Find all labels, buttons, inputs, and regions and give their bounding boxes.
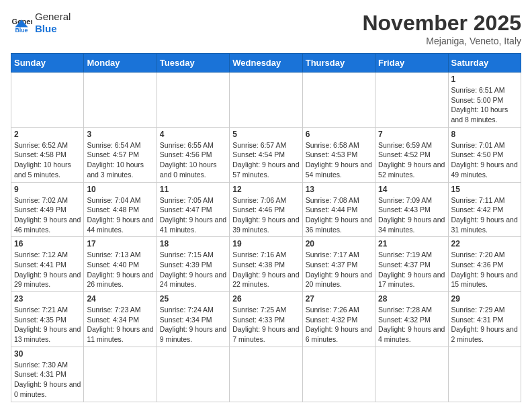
day-header-monday: Monday	[84, 54, 157, 73]
day-info: Sunrise: 6:57 AMSunset: 4:54 PMDaylight:…	[232, 140, 299, 180]
day-header-tuesday: Tuesday	[157, 54, 229, 73]
day-header-thursday: Thursday	[302, 54, 375, 73]
day-number: 18	[160, 239, 226, 248]
calendar-cell: 29Sunrise: 7:29 AMSunset: 4:31 PMDayligh…	[448, 292, 521, 347]
calendar-cell	[375, 73, 448, 128]
day-number: 23	[14, 294, 81, 304]
calendar-cell	[157, 73, 229, 128]
calendar-cell	[375, 347, 448, 402]
day-info: Sunrise: 7:20 AMSunset: 4:36 PMDaylight:…	[451, 250, 518, 289]
day-info: Sunrise: 7:30 AMSunset: 4:31 PMDaylight:…	[14, 360, 81, 400]
day-info: Sunrise: 6:54 AMSunset: 4:57 PMDaylight:…	[87, 140, 153, 180]
calendar-cell: 21Sunrise: 7:19 AMSunset: 4:37 PMDayligh…	[375, 237, 448, 292]
calendar-cell: 9Sunrise: 7:02 AMSunset: 4:49 PMDaylight…	[11, 182, 84, 237]
day-info: Sunrise: 7:11 AMSunset: 4:42 PMDaylight:…	[451, 195, 518, 235]
calendar-week-row: 16Sunrise: 7:12 AMSunset: 4:41 PMDayligh…	[11, 237, 521, 292]
day-number: 27	[306, 294, 372, 304]
calendar-cell: 11Sunrise: 7:05 AMSunset: 4:47 PMDayligh…	[157, 182, 229, 237]
calendar-cell: 18Sunrise: 7:15 AMSunset: 4:39 PMDayligh…	[157, 237, 229, 292]
day-info: Sunrise: 7:23 AMSunset: 4:34 PMDaylight:…	[87, 305, 153, 345]
day-info: Sunrise: 7:24 AMSunset: 4:34 PMDaylight:…	[160, 305, 226, 345]
calendar-cell: 24Sunrise: 7:23 AMSunset: 4:34 PMDayligh…	[84, 292, 157, 347]
calendar-cell	[157, 347, 229, 402]
day-info: Sunrise: 7:29 AMSunset: 4:31 PMDaylight:…	[451, 305, 518, 345]
day-info: Sunrise: 7:02 AMSunset: 4:49 PMDaylight:…	[14, 195, 81, 235]
day-number: 29	[451, 294, 518, 304]
calendar-header-row: SundayMondayTuesdayWednesdayThursdayFrid…	[11, 54, 521, 73]
location-title: Mejaniga, Veneto, Italy	[362, 36, 521, 46]
calendar-cell: 13Sunrise: 7:08 AMSunset: 4:44 PMDayligh…	[302, 182, 375, 237]
day-info: Sunrise: 7:21 AMSunset: 4:35 PMDaylight:…	[14, 305, 81, 345]
calendar-cell	[230, 73, 302, 128]
day-info: Sunrise: 6:51 AMSunset: 5:00 PMDaylight:…	[451, 85, 518, 125]
day-info: Sunrise: 6:58 AMSunset: 4:53 PMDaylight:…	[306, 140, 372, 180]
day-number: 19	[232, 239, 299, 248]
day-info: Sunrise: 7:13 AMSunset: 4:40 PMDaylight:…	[87, 250, 153, 289]
calendar-cell: 27Sunrise: 7:26 AMSunset: 4:32 PMDayligh…	[302, 292, 375, 347]
day-number: 15	[451, 185, 518, 194]
svg-text:Blue: Blue	[15, 27, 28, 34]
calendar-cell: 1Sunrise: 6:51 AMSunset: 5:00 PMDaylight…	[448, 73, 521, 128]
calendar-cell: 26Sunrise: 7:25 AMSunset: 4:33 PMDayligh…	[230, 292, 302, 347]
calendar-cell: 5Sunrise: 6:57 AMSunset: 4:54 PMDaylight…	[230, 127, 302, 182]
day-header-wednesday: Wednesday	[230, 54, 302, 73]
day-info: Sunrise: 6:55 AMSunset: 4:56 PMDaylight:…	[160, 140, 226, 180]
day-number: 12	[232, 185, 299, 194]
calendar-cell: 6Sunrise: 6:58 AMSunset: 4:53 PMDaylight…	[302, 127, 375, 182]
calendar-cell: 30Sunrise: 7:30 AMSunset: 4:31 PMDayligh…	[11, 347, 84, 402]
day-header-sunday: Sunday	[11, 54, 84, 73]
day-info: Sunrise: 7:17 AMSunset: 4:37 PMDaylight:…	[306, 250, 372, 289]
day-number: 26	[232, 294, 299, 304]
day-number: 25	[160, 294, 226, 304]
calendar-cell: 4Sunrise: 6:55 AMSunset: 4:56 PMDaylight…	[157, 127, 229, 182]
logo: General Blue General Blue	[11, 11, 71, 35]
calendar-cell: 19Sunrise: 7:16 AMSunset: 4:38 PMDayligh…	[230, 237, 302, 292]
day-header-friday: Friday	[375, 54, 448, 73]
day-number: 4	[160, 130, 226, 139]
calendar-cell: 8Sunrise: 7:01 AMSunset: 4:50 PMDaylight…	[448, 127, 521, 182]
day-info: Sunrise: 7:25 AMSunset: 4:33 PMDaylight:…	[232, 305, 299, 345]
calendar-cell: 20Sunrise: 7:17 AMSunset: 4:37 PMDayligh…	[302, 237, 375, 292]
calendar-cell	[302, 347, 375, 402]
calendar-cell: 14Sunrise: 7:09 AMSunset: 4:43 PMDayligh…	[375, 182, 448, 237]
calendar-cell: 2Sunrise: 6:52 AMSunset: 4:58 PMDaylight…	[11, 127, 84, 182]
day-number: 16	[14, 239, 81, 248]
header: General Blue General Blue November 2025 …	[11, 11, 521, 46]
day-number: 14	[378, 185, 445, 194]
logo-general-text: General Blue	[35, 11, 71, 35]
day-info: Sunrise: 7:15 AMSunset: 4:39 PMDaylight:…	[160, 250, 226, 289]
calendar-week-row: 2Sunrise: 6:52 AMSunset: 4:58 PMDaylight…	[11, 127, 521, 182]
day-number: 13	[306, 185, 372, 194]
calendar-cell: 17Sunrise: 7:13 AMSunset: 4:40 PMDayligh…	[84, 237, 157, 292]
day-info: Sunrise: 7:04 AMSunset: 4:48 PMDaylight:…	[87, 195, 153, 235]
day-info: Sunrise: 7:12 AMSunset: 4:41 PMDaylight:…	[14, 250, 81, 289]
calendar-table: SundayMondayTuesdayWednesdayThursdayFrid…	[11, 53, 521, 402]
calendar-cell: 15Sunrise: 7:11 AMSunset: 4:42 PMDayligh…	[448, 182, 521, 237]
day-info: Sunrise: 6:52 AMSunset: 4:58 PMDaylight:…	[14, 140, 81, 180]
day-number: 11	[160, 185, 226, 194]
calendar-cell: 3Sunrise: 6:54 AMSunset: 4:57 PMDaylight…	[84, 127, 157, 182]
day-number: 28	[378, 294, 445, 304]
day-info: Sunrise: 7:28 AMSunset: 4:32 PMDaylight:…	[378, 305, 445, 345]
day-info: Sunrise: 7:06 AMSunset: 4:46 PMDaylight:…	[232, 195, 299, 235]
day-header-saturday: Saturday	[448, 54, 521, 73]
day-number: 9	[14, 185, 81, 194]
day-info: Sunrise: 7:26 AMSunset: 4:32 PMDaylight:…	[306, 305, 372, 345]
calendar-cell: 12Sunrise: 7:06 AMSunset: 4:46 PMDayligh…	[230, 182, 302, 237]
calendar-cell	[11, 73, 84, 128]
calendar-cell	[84, 73, 157, 128]
day-number: 20	[306, 239, 372, 248]
calendar-cell: 25Sunrise: 7:24 AMSunset: 4:34 PMDayligh…	[157, 292, 229, 347]
day-number: 8	[451, 130, 518, 139]
calendar-cell: 7Sunrise: 6:59 AMSunset: 4:52 PMDaylight…	[375, 127, 448, 182]
logo-icon: General Blue	[11, 12, 32, 34]
day-number: 24	[87, 294, 153, 304]
calendar-cell: 22Sunrise: 7:20 AMSunset: 4:36 PMDayligh…	[448, 237, 521, 292]
day-number: 3	[87, 130, 153, 139]
calendar-cell: 28Sunrise: 7:28 AMSunset: 4:32 PMDayligh…	[375, 292, 448, 347]
day-info: Sunrise: 7:01 AMSunset: 4:50 PMDaylight:…	[451, 140, 518, 180]
calendar-cell	[302, 73, 375, 128]
day-number: 6	[306, 130, 372, 139]
day-info: Sunrise: 7:09 AMSunset: 4:43 PMDaylight:…	[378, 195, 445, 235]
day-info: Sunrise: 7:08 AMSunset: 4:44 PMDaylight:…	[306, 195, 372, 235]
